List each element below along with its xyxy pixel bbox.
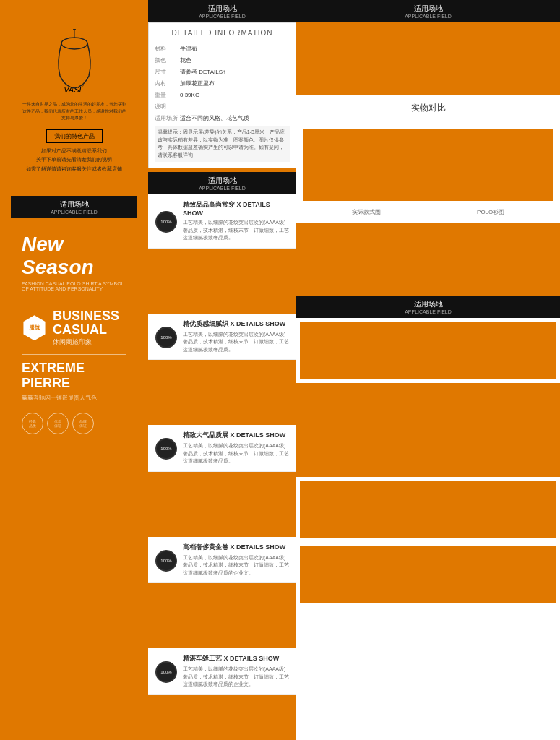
orange-area-large-right (296, 383, 560, 477)
far-right-column: 适用场地 APPLICABLE FIELD 实物对比 实际款式图 POLO衫图 (296, 0, 560, 740)
business-casual-section: 服饰 BUSINESS CASUAL 休闲商旅印象 EXTREME PIERRE… (11, 298, 137, 446)
extreme-pierre-section: EXTREME PIERRE 赢赢奔驰闪一镶嵌显贵人气色 (22, 354, 126, 402)
details-show-header-1: 100% 精致品品高尚常穿 X DETAILS SHOW 工艺精美，以细腻的花纹… (148, 194, 296, 249)
details-icon-text-2: 100% (160, 335, 171, 340)
details-show-block-5: 100% 精湛车缝工艺 X DETAILS SHOW 工艺精美，以细腻的花纹突出… (148, 648, 296, 740)
white-panel-2 (296, 477, 560, 542)
extreme-desc: 赢赢奔驰闪一镶嵌显贵人气色 (22, 394, 126, 402)
detail-row-lining: 内村 加厚花正里布 (155, 79, 290, 88)
comparison-label-2: POLO衫图 (477, 208, 504, 216)
detail-label-note: 说明 (155, 103, 180, 111)
detail-label-weight: 重量 (155, 91, 180, 100)
details-show-desc-2: 工艺精美，以细腻的花纹突出层次的(AAAA级)奢品质，技术精湛，细枝末节，订做细… (183, 331, 289, 354)
top-row: 适用场地 APPLICABLE FIELD DETAILED INFORMATI… (148, 0, 560, 740)
details-show-image-3 (148, 472, 296, 533)
extreme-title: EXTREME PIERRE (22, 354, 126, 391)
brand-links: 如果对产品不满意请联系我们 关于下单前请先看清楚我们的说明 如需了解详情请咨询客… (26, 147, 122, 174)
detail-value-color: 花色 (180, 56, 191, 65)
details-show-block-1: 100% 精致品品高尚常穿 X DETAILS SHOW 工艺精美，以细腻的花纹… (148, 194, 296, 310)
details-show-image-2 (148, 360, 296, 421)
comparison-label-1: 实际款式图 (352, 208, 381, 216)
details-show-header-3: 100% 精致大气品质展 X DETAILS SHOW 工艺精美，以细腻的花纹突… (148, 425, 296, 472)
applicable-en-top: APPLICABLE FIELD (155, 14, 289, 19)
details-icon-text-3: 100% (160, 447, 171, 451)
badge-quality: 优质 保证 (47, 413, 69, 434)
details-show-desc-3: 工艺精美，以细腻的花纹突出层次的(AAAA级)奢品质，技术精湛，细枝末节，订做细… (183, 442, 289, 465)
detail-row-color: 颜色 花色 (155, 56, 290, 65)
applicable-field-far-right-mid: 适用场地 APPLICABLE FIELD (296, 296, 560, 318)
details-icon-text-1: 100% (160, 220, 171, 224)
details-show-header-5: 100% 精湛车缝工艺 X DETAILS SHOW 工艺精美，以细腻的花纹突出… (148, 648, 296, 695)
detail-info-section: DETAILED INFORMATION 材料 牛津布 颜色 花色 尺寸 请参考… (148, 22, 296, 168)
badge-classic: 经典 品质 (22, 413, 43, 434)
applicable-field-bar-1: 适用场地 APPLICABLE FIELD (11, 196, 137, 218)
badge-brand-text: 品牌 保证 (79, 419, 87, 428)
details-show-content-3: 精致大气品质展 X DETAILS SHOW 工艺精美，以细腻的花纹突出层次的(… (183, 431, 289, 465)
vase-icon (49, 29, 100, 79)
business-sub: 休闲商旅印象 (53, 337, 119, 347)
detail-row-note-label: 说明 (155, 103, 290, 111)
orange-inset-2 (300, 481, 556, 538)
right-area: 适用场地 APPLICABLE FIELD DETAILED INFORMATI… (148, 0, 560, 740)
detail-label-material: 材料 (155, 45, 180, 53)
orange-inset-1 (300, 322, 556, 379)
featured-products-button[interactable]: 我们的特色产品 (46, 129, 103, 143)
white-panel-1 (296, 318, 560, 383)
comparison-image-area (303, 129, 553, 201)
details-icon-3: 100% (155, 438, 177, 460)
detail-row-weight: 重量 0.39KG (155, 91, 290, 100)
applicable-field-center: 适用场地 APPLICABLE FIELD (148, 172, 296, 194)
left-column: VASÉ 一件来自世界之品，成为您的生活的好朋友，当您买到这件产品，我们代表所有… (0, 0, 148, 740)
quality-badges: 经典 品质 优质 保证 品牌 保证 (22, 413, 126, 434)
applicable-en-far-right-mid: APPLICABLE FIELD (303, 309, 553, 314)
details-icon-text-5: 100% (160, 670, 171, 674)
comparison-title: 实物对比 (303, 102, 553, 114)
white-panel-3 (296, 542, 560, 740)
comparison-labels: 实际款式图 POLO衫图 (303, 208, 553, 216)
details-icon-5: 100% (155, 661, 177, 683)
details-show-title-5: 精湛车缝工艺 X DETAILS SHOW (183, 654, 289, 663)
detail-row-material: 材料 牛津布 (155, 45, 290, 53)
detail-label-color: 颜色 (155, 56, 180, 65)
hexagon-text: 服饰 (29, 324, 40, 332)
new-season-subtitle: FASHION CASUAL POLO SHIRT A SYMBOL OF AT… (22, 281, 126, 291)
detail-value-size: 请参考 DETAILS↑ (180, 68, 225, 77)
badge-quality-text: 优质 保证 (54, 419, 61, 428)
detail-value-usage: 适合不同的风格、花艺气质 (180, 114, 249, 123)
hexagon-icon: 服饰 (22, 315, 47, 340)
orange-area-top-right (296, 22, 560, 95)
hexagon-container: 服饰 BUSINESS CASUAL 休闲商旅印象 (22, 309, 126, 348)
details-show-image-1 (148, 249, 296, 310)
applicable-en-far-right-top: APPLICABLE FIELD (303, 14, 553, 19)
details-icon-1: 100% (155, 211, 177, 233)
detail-note-text: 温馨提示：因显示屏(差异)的关系，产品1-3厘米，产品应该与实际稍有差异，以实物… (155, 126, 290, 162)
new-season-title: New Season (22, 233, 126, 279)
detail-row-size: 尺寸 请参考 DETAILS↑ (155, 68, 290, 77)
details-show-title-2: 精优质感细腻织 X DETAILS SHOW (183, 319, 289, 329)
detail-value-material: 牛津布 (180, 45, 197, 53)
applicable-field-top: 适用场地 APPLICABLE FIELD (148, 0, 296, 22)
details-show-title-3: 精致大气品质展 X DETAILS SHOW (183, 431, 289, 440)
applicable-field-far-right-top: 适用场地 APPLICABLE FIELD (296, 0, 560, 22)
detail-label-usage: 适用场所 (155, 114, 180, 123)
detail-value-weight: 0.39KG (180, 91, 199, 100)
center-column: 适用场地 APPLICABLE FIELD DETAILED INFORMATI… (148, 0, 296, 740)
details-icon-text-4: 100% (160, 559, 171, 563)
detail-value-lining: 加厚花正里布 (180, 79, 215, 88)
details-show-content-2: 精优质感细腻织 X DETAILS SHOW 工艺精美，以细腻的花纹突出层次的(… (183, 319, 289, 354)
details-show-content-1: 精致品品高尚常穿 X DETAILS SHOW 工艺精美，以细腻的花纹突出层次的… (183, 200, 289, 242)
applicable-en-center: APPLICABLE FIELD (155, 186, 289, 191)
details-show-content-5: 精湛车缝工艺 X DETAILS SHOW 工艺精美，以细腻的花纹突出层次的(A… (183, 654, 289, 689)
details-show-block-4: 100% 高档奢侈黄金卷 X DETAILS SHOW 工艺精美，以细腻的花纹突… (148, 537, 296, 645)
comparison-section: 实物对比 实际款式图 POLO衫图 (296, 95, 560, 223)
details-show-desc-4: 工艺精美，以细腻的花纹突出层次的(AAAA级)奢品质，技术精湛，细枝末节，订做细… (183, 554, 289, 577)
applicable-cn-1: 适用场地 (18, 199, 130, 210)
orange-area-middle-right (296, 223, 560, 296)
details-show-image-4 (148, 583, 296, 645)
details-show-desc-5: 工艺精美，以细腻的花纹突出层次的(AAAA级)奢品质，技术精湛，细枝末节，订做细… (183, 666, 289, 689)
applicable-cn-top: 适用场地 (155, 4, 289, 14)
detail-label-lining: 内村 (155, 79, 180, 88)
detail-row-usage: 适用场所 适合不同的风格、花艺气质 (155, 114, 290, 123)
orange-inset-3 (300, 546, 556, 603)
details-icon-4: 100% (155, 550, 177, 572)
